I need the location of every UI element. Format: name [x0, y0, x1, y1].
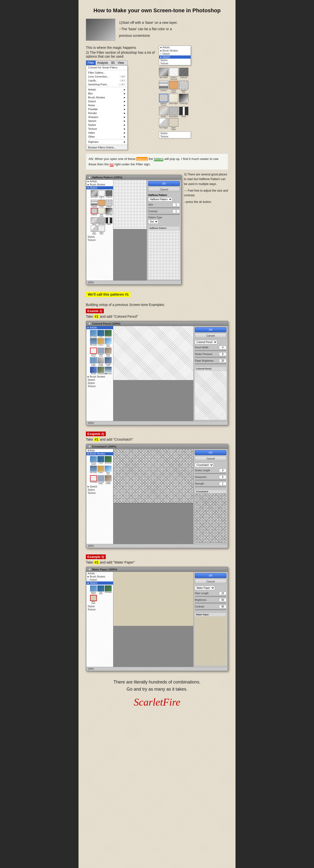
cp-nav-brush[interactable]: ▶ Brush Strokes	[86, 375, 113, 378]
distort-submenu[interactable]: ▷ Distort	[159, 52, 191, 56]
stroke-pressure-value[interactable]: 8	[219, 352, 226, 356]
cp-nav-texture[interactable]: Texture	[86, 385, 113, 388]
contrast-value[interactable]: 1	[172, 210, 180, 213]
brush-strokes-menu[interactable]: Brush Strokes	[86, 95, 127, 99]
ok-button[interactable]: OK	[148, 181, 180, 186]
wp-nav-sketch[interactable]: ▶ Sketch	[86, 582, 113, 585]
filter-menu-item[interactable]: Filter	[86, 61, 96, 65]
ch-cancel-button[interactable]: Cancel	[195, 456, 226, 461]
wp-contrast-slider[interactable]	[195, 609, 226, 610]
noise-menu[interactable]: Noise	[86, 103, 127, 107]
cp-nav-artistic[interactable]: ▶ Artistic	[86, 326, 113, 329]
nav-stylize[interactable]: Stylize	[86, 235, 113, 239]
ch-nav-texture[interactable]: Texture	[86, 491, 113, 495]
cp-ok-button[interactable]: OK	[195, 327, 226, 332]
contrast-slider[interactable]	[148, 214, 180, 215]
wp-cancel-button[interactable]: Cancel	[195, 579, 226, 584]
video-menu[interactable]: Video	[86, 131, 127, 135]
cp-close-btn[interactable]	[88, 322, 91, 325]
close-btn[interactable]	[88, 176, 91, 179]
stylize-submenu[interactable]: Stylize	[159, 59, 191, 62]
wp-brightness-value[interactable]: 60	[219, 598, 226, 602]
size-value[interactable]: 1	[172, 203, 180, 207]
cp-effect-dropdown[interactable]: Colored Pencil	[195, 340, 217, 344]
convert-smart-filters[interactable]: Convert for Smart Filters	[86, 65, 127, 69]
wp-effect-dropdown[interactable]: Water Paper	[195, 586, 215, 590]
brush-strokes-submenu[interactable]: ▶ Brush Strokes	[159, 49, 191, 52]
wp-nav-texture[interactable]: Texture	[86, 608, 113, 611]
cp-nav-thumb10: Poster Edges	[90, 357, 97, 366]
vanishing-point[interactable]: Vanishing Point... ⌥⌘V	[86, 83, 127, 86]
stylize-menu[interactable]: Stylize	[86, 123, 127, 127]
sharpness-slider[interactable]	[195, 479, 226, 480]
sharpen-menu[interactable]: Sharpen	[86, 115, 127, 119]
pencil-width-slider[interactable]	[195, 350, 226, 351]
ch-close-btn[interactable]	[88, 445, 91, 448]
texture-submenu2[interactable]: Texture	[159, 135, 191, 138]
view-menu-item[interactable]: View	[116, 61, 126, 65]
cp-mini-preview	[195, 371, 226, 420]
filter-gallery[interactable]: Filter Gallery...	[86, 71, 127, 74]
thumb-reticulation: Reticulation	[169, 107, 178, 117]
other-menu[interactable]: Other	[86, 135, 127, 138]
wp-nav-distort[interactable]: ▷ Distort	[86, 578, 113, 582]
wp-ok-button[interactable]: OK	[195, 573, 226, 578]
render-menu[interactable]: Render	[86, 111, 127, 115]
wp-nav-artistic[interactable]: Artistic	[86, 572, 113, 575]
digimarc-menu[interactable]: Digimarc	[86, 140, 127, 144]
cancel-button[interactable]: Cancel	[148, 187, 180, 192]
fiber-length-slider[interactable]	[195, 596, 226, 597]
strength-value[interactable]: 1	[219, 482, 226, 486]
blur-menu[interactable]: Blur	[86, 92, 127, 95]
effect-dropdown[interactable]: Halftone Pattern	[148, 197, 172, 202]
texture-submenu[interactable]: Texture	[159, 62, 191, 65]
wp-contrast-value[interactable]: 80	[219, 605, 226, 609]
nav-texture[interactable]: Texture	[86, 239, 113, 242]
nav-artistic[interactable]: ▶ Artistic	[86, 180, 113, 183]
liquify[interactable]: Liquify... ⇧⌘X	[86, 79, 127, 83]
wp-brightness-slider[interactable]	[195, 602, 226, 603]
nav-brush-strokes[interactable]: ▶ Brush Strokes	[86, 183, 113, 186]
texture-menu[interactable]: Texture	[86, 127, 127, 131]
3d-menu-item[interactable]: 3D	[109, 61, 116, 65]
browse-filters-online[interactable]: Browse Filters Online...	[86, 145, 127, 150]
sharpness-value[interactable]: 6	[219, 475, 226, 479]
pencil-width-value[interactable]: 4	[219, 346, 226, 349]
cp-cancel-button[interactable]: Cancel	[195, 333, 226, 338]
artistic-menu[interactable]: Artistic	[86, 88, 127, 92]
cp-nav-sketch[interactable]: Sketch	[86, 378, 113, 381]
stroke-length-control: Stroke Length 9	[195, 469, 226, 474]
pattern-type-dropdown[interactable]: Dot	[148, 220, 158, 224]
ch-nav-sketch[interactable]: ▶ Sketch	[86, 485, 113, 488]
thumb-charcoal: Charcoal	[179, 68, 188, 80]
paper-brightness-slider[interactable]	[195, 363, 226, 364]
wp-nav-thumb2: Note Paper	[97, 585, 104, 594]
pixelate-menu[interactable]: Pixelate	[86, 107, 127, 111]
fiber-length-value[interactable]: 15	[219, 591, 226, 595]
nav-sketch[interactable]: ▶ Sketch	[86, 186, 113, 189]
stroke-pressure-slider[interactable]	[195, 357, 226, 358]
distort-menu[interactable]: Distort	[86, 99, 127, 103]
stroke-length-value[interactable]: 9	[219, 469, 226, 472]
ch-nav-stylize[interactable]: Stylize	[86, 488, 113, 491]
paper-brightness-value[interactable]: 25	[219, 359, 226, 363]
sketch-menu[interactable]: Sketch	[86, 119, 127, 123]
nav-thumb1: Bas Relief	[91, 190, 98, 199]
wp-close-btn[interactable]	[88, 568, 91, 571]
ch-nav-brush[interactable]: ▶ Brush Strokes	[86, 452, 113, 455]
analysis-menu-item[interactable]: Analysis	[96, 61, 109, 65]
wp-nav-brush[interactable]: ▶ Brush Strokes	[86, 575, 113, 578]
strength-slider[interactable]	[195, 486, 226, 487]
lens-correction[interactable]: Lens Correction... ⇧⌘R	[86, 74, 127, 79]
ch-nav-artistic[interactable]: Artistic	[86, 449, 113, 452]
size-slider[interactable]	[148, 207, 180, 208]
sketch-submenu[interactable]: ▶ Sketch	[159, 56, 191, 59]
cp-nav-stylize[interactable]: Stylize	[86, 381, 113, 385]
cp-nav-thumb6: Neon Glow	[105, 338, 112, 347]
ch-effect-dropdown[interactable]: Crosshatch	[195, 463, 214, 467]
wp-nav-stylize[interactable]: Stylize	[86, 605, 113, 608]
stylize-submenu2[interactable]: Stylize	[159, 132, 191, 135]
stroke-length-slider[interactable]	[195, 473, 226, 474]
artistic-submenu-item[interactable]: ▶ Artistic	[159, 46, 191, 49]
ch-ok-button[interactable]: OK	[195, 450, 226, 455]
